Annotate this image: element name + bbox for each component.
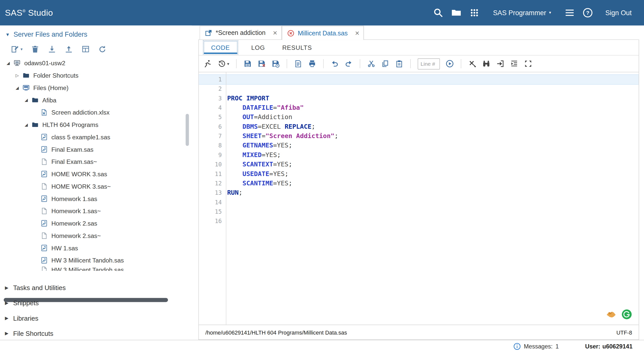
menu-lines-icon[interactable] [564, 7, 575, 18]
collapse-toggle-icon[interactable]: ◢ [25, 122, 32, 127]
tree-item[interactable]: Homework 2.sas [0, 217, 186, 229]
search-icon[interactable] [433, 7, 444, 18]
print-button[interactable] [308, 60, 316, 68]
code-line[interactable]: 15 [199, 207, 639, 216]
encoding-label: UTF-8 [616, 329, 632, 335]
code-line[interactable]: 7 SHEET="Screen Addiction"; [199, 131, 639, 141]
code-line[interactable]: 9 MIXED=YES; [199, 150, 639, 160]
tree-item[interactable]: Homework 2.sas~ [0, 229, 186, 242]
line-number-input[interactable] [418, 58, 440, 69]
code-line[interactable]: 13RUN; [199, 188, 639, 197]
copy-button[interactable] [381, 60, 389, 68]
tree-item[interactable]: HW 3 Millicent Tandoh.sas [0, 266, 186, 271]
tree-item[interactable]: Screen addiction.xlsx [0, 106, 186, 118]
tree-item[interactable]: ◢odaws01-usw2 [0, 57, 186, 69]
code-text: OUT=Addiction [226, 113, 292, 122]
line-number: 2 [199, 84, 226, 94]
upload-button[interactable] [64, 45, 73, 53]
refresh-button[interactable] [98, 45, 107, 53]
tree-item[interactable]: HW 1.sas [0, 242, 186, 254]
collapse-toggle-icon[interactable]: ◢ [7, 61, 14, 65]
save-as-button[interactable] [258, 60, 266, 68]
line-number: 5 [199, 113, 226, 122]
tab-label: Millicent Data.sas [298, 29, 348, 37]
code-line[interactable]: 6 DBMS=EXCEL REPLACE; [199, 122, 639, 131]
folder-icon[interactable] [451, 7, 462, 18]
grammarly-icon[interactable] [622, 309, 632, 320]
select-code-button[interactable] [496, 60, 504, 68]
sidebar-section-tasks-and-utilities[interactable]: ▶Tasks and Utilities [0, 280, 186, 295]
sidebar-section-libraries[interactable]: ▶Libraries [0, 311, 186, 326]
user-menu[interactable]: SAS Programmer ▾ [493, 9, 551, 17]
tree-item[interactable]: Final Exam.sas [0, 143, 186, 156]
delete-button[interactable] [31, 45, 39, 53]
redo-button[interactable] [344, 60, 353, 68]
maximize-view-button[interactable] [524, 60, 533, 68]
code-line[interactable]: 16 [199, 216, 639, 226]
tree-item[interactable]: Homework 1.sas~ [0, 205, 186, 217]
vertical-scrollbar[interactable] [186, 114, 189, 146]
tree-item[interactable]: ◢HLTH 604 Programs [0, 118, 186, 131]
collapse-toggle-icon[interactable]: ◢ [25, 98, 32, 102]
code-line[interactable]: 10 SCANTEXT=YES; [199, 160, 639, 169]
tree-item[interactable]: ◢Afiba [0, 94, 186, 106]
sign-out-button[interactable]: Sign Out [605, 9, 632, 17]
code-line[interactable]: 14 [199, 198, 639, 207]
tree-item[interactable]: ◢Files (Home) [0, 81, 186, 94]
tree-item[interactable]: Homework 1.sas [0, 192, 186, 205]
toolbar-separator [360, 59, 360, 68]
sidebar-section-file-shortcuts[interactable]: ▶File Shortcuts [0, 326, 186, 340]
code-line[interactable]: 2 [199, 84, 639, 94]
file-sas-icon [41, 146, 48, 153]
line-number: 13 [199, 188, 226, 197]
tree-item-label: HW 3 Millicent Tandoh.sas [51, 257, 124, 264]
new-program-button[interactable] [294, 60, 303, 68]
tree-item[interactable]: HOME WORK 3.sas [0, 168, 186, 180]
format-code-button[interactable] [510, 60, 518, 68]
tab-millicent-data-sas[interactable]: Millicent Data.sas× [282, 26, 364, 40]
paste-button[interactable] [395, 60, 403, 68]
code-line[interactable]: 12 SCANTIME=YES; [199, 179, 639, 188]
save-all-button[interactable] [271, 60, 280, 68]
find-replace-button[interactable] [482, 60, 491, 68]
handshake-icon[interactable] [606, 309, 616, 320]
close-icon[interactable]: × [273, 29, 277, 36]
line-number: 16 [199, 216, 226, 226]
undo-button[interactable] [331, 60, 339, 68]
section-server-files-header[interactable]: ▼ Server Files and Folders [0, 26, 192, 39]
cut-button[interactable] [367, 60, 376, 68]
code-line[interactable]: 3PROC IMPORT [199, 94, 639, 103]
properties-button[interactable] [81, 45, 90, 53]
tab-results[interactable]: RESULTS [282, 44, 312, 51]
code-line[interactable]: 4 DATAFILE="Afiba" [199, 103, 639, 113]
code-line[interactable]: 5 OUT=Addiction [199, 113, 639, 122]
tree-item-label: Final Exam.sas [51, 146, 94, 153]
clear-code-button[interactable] [468, 60, 477, 68]
tree-item[interactable]: HW 3 Millicent Tandoh.sas [0, 254, 186, 266]
code-line[interactable]: 1 [199, 75, 639, 84]
code-editor[interactable]: 123PROC IMPORT4 DATAFILE="Afiba"5 OUT=Ad… [199, 72, 639, 325]
download-icon [48, 45, 56, 53]
download-button[interactable] [48, 45, 56, 53]
new-item-button[interactable]: ▾ [11, 45, 22, 53]
close-icon[interactable]: × [355, 29, 359, 37]
tree-item[interactable]: class 5 example1.sas [0, 131, 186, 143]
go-to-line-button[interactable] [446, 60, 454, 68]
run-button[interactable] [204, 60, 212, 68]
code-line[interactable]: 8 GETNAMES=YES; [199, 141, 639, 150]
sidebar-section-snippets[interactable]: ▶Snippets [0, 295, 186, 311]
expand-toggle-icon[interactable]: ▷ [16, 73, 23, 77]
code-line[interactable]: 11 USEDATE=YES; [199, 169, 639, 179]
tree-item[interactable]: HOME WORK 3.sas~ [0, 180, 186, 192]
submission-history-button[interactable]: ▾ [218, 60, 229, 68]
tab-code[interactable]: CODE [204, 41, 237, 54]
collapse-toggle-icon[interactable]: ◢ [16, 85, 23, 90]
apps-icon[interactable] [469, 7, 480, 18]
messages-indicator[interactable]: Messages: 1 [514, 343, 559, 350]
save-button[interactable] [244, 60, 252, 68]
help-icon[interactable]: ? [582, 7, 593, 18]
tab-log[interactable]: LOG [251, 44, 265, 51]
tab-screen-addiction[interactable]: *Screen addiction× [200, 26, 282, 39]
tree-item[interactable]: ▷Folder Shortcuts [0, 69, 186, 81]
tree-item[interactable]: Final Exam.sas~ [0, 155, 186, 168]
